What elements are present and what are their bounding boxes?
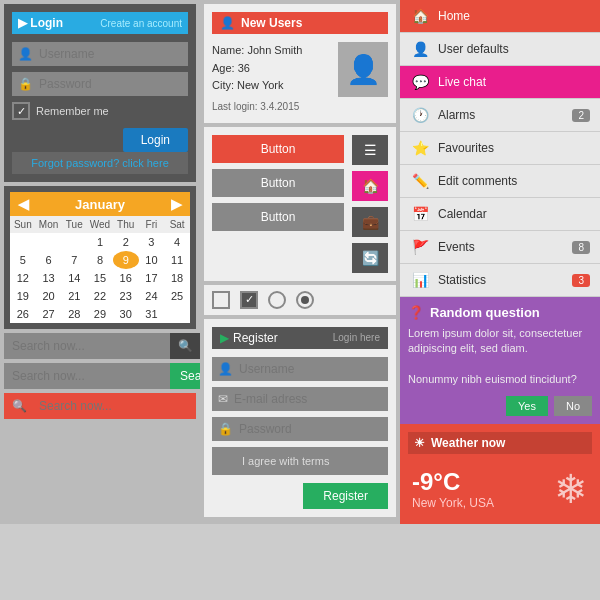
search-input-1[interactable]: [4, 333, 170, 359]
search-input-3[interactable]: [35, 393, 196, 419]
nav-icon-5: ✏️: [410, 173, 430, 189]
prev-month-button[interactable]: ◀: [18, 196, 29, 212]
button-1[interactable]: Button: [212, 135, 344, 163]
refresh-icon-box[interactable]: 🔄: [352, 243, 388, 273]
calendar-day[interactable]: 23: [113, 287, 139, 305]
nav-item-home[interactable]: 🏠 Home: [400, 0, 600, 33]
calendar-day[interactable]: 4: [164, 233, 190, 251]
calendar-day[interactable]: 7: [61, 251, 87, 269]
calendar-day[interactable]: 29: [87, 305, 113, 323]
calendar-day[interactable]: 16: [113, 269, 139, 287]
calendar-day[interactable]: 10: [139, 251, 165, 269]
buttons-icons-panel: Button Button Button ☰ 🏠 💼 🔄: [204, 127, 396, 281]
nav-item-user-defaults[interactable]: 👤 User defaults: [400, 33, 600, 66]
weather-city: New York, USA: [412, 496, 494, 510]
remember-checkbox[interactable]: ✓: [12, 102, 30, 120]
calendar-day[interactable]: 22: [87, 287, 113, 305]
checkbox-2[interactable]: ✓: [240, 291, 258, 309]
calendar-day[interactable]: 13: [36, 269, 62, 287]
calendar-month: January: [75, 197, 125, 212]
click-here-link[interactable]: click here: [122, 157, 168, 169]
checkbox-1[interactable]: [212, 291, 230, 309]
calendar-day[interactable]: 20: [36, 287, 62, 305]
q-text-4: Nonummy nibh euismod tincidunt?: [408, 372, 592, 387]
weather-title: Weather now: [431, 436, 505, 450]
menu-icon-box[interactable]: ☰: [352, 135, 388, 165]
login-title: ▶ Login: [18, 16, 63, 30]
random-question-buttons: Yes No: [408, 396, 592, 416]
user-icon: 👤: [18, 47, 33, 61]
calendar-day[interactable]: 21: [61, 287, 87, 305]
radio-2[interactable]: [296, 291, 314, 309]
calendar-day[interactable]: 5: [10, 251, 36, 269]
calendar-day[interactable]: 11: [164, 251, 190, 269]
q-text-1: Lorem ipsum dolor sit, consectetuer: [408, 326, 592, 341]
calendar-day: [164, 305, 190, 323]
radio-1[interactable]: [268, 291, 286, 309]
reg-email-input[interactable]: [234, 392, 382, 406]
nav-item-statistics[interactable]: 📊 Statistics 3: [400, 264, 600, 297]
reg-password-input[interactable]: [239, 422, 382, 436]
search-button-1[interactable]: 🔍: [170, 333, 201, 359]
calendar-day[interactable]: 31: [139, 305, 165, 323]
calendar-day[interactable]: 19: [10, 287, 36, 305]
calendar-day[interactable]: 12: [10, 269, 36, 287]
calendar-day[interactable]: 26: [10, 305, 36, 323]
calendar-day[interactable]: 15: [87, 269, 113, 287]
calendar-header: ◀ January ▶: [10, 192, 190, 216]
buttons-column: Button Button Button: [212, 135, 344, 273]
nav-item-edit-comments[interactable]: ✏️ Edit comments: [400, 165, 600, 198]
calendar-day[interactable]: 25: [164, 287, 190, 305]
remember-label: Remember me: [36, 105, 109, 117]
weather-temperature: -9°C: [412, 468, 494, 496]
button-2[interactable]: Button: [212, 169, 344, 197]
search-row-3: 🔍: [4, 393, 196, 419]
calendar-day[interactable]: 18: [164, 269, 190, 287]
nav-item-live-chat[interactable]: 💬 Live chat: [400, 66, 600, 99]
briefcase-icon-box[interactable]: 💼: [352, 207, 388, 237]
calendar-day: [10, 233, 36, 251]
calendar-grid: Sun Mon Tue Wed Thu Fri Sat 123456789101…: [10, 216, 190, 323]
login-here-link[interactable]: Login here: [333, 332, 380, 343]
navigation-menu: 🏠 Home 👤 User defaults 💬 Live chat 🕐 Ala…: [400, 0, 600, 297]
calendar-day[interactable]: 17: [139, 269, 165, 287]
calendar-day[interactable]: 3: [139, 233, 165, 251]
right-column: 🏠 Home 👤 User defaults 💬 Live chat 🕐 Ala…: [400, 0, 600, 524]
calendar-day[interactable]: 8: [87, 251, 113, 269]
nav-item-events[interactable]: 🚩 Events 8: [400, 231, 600, 264]
home-icon-box[interactable]: 🏠: [352, 171, 388, 201]
search-input-2[interactable]: [4, 363, 170, 389]
username-input[interactable]: [39, 47, 182, 61]
reg-username-input[interactable]: [239, 362, 382, 376]
calendar-day[interactable]: 14: [61, 269, 87, 287]
nav-item-alarms[interactable]: 🕐 Alarms 2: [400, 99, 600, 132]
next-month-button[interactable]: ▶: [171, 196, 182, 212]
no-button[interactable]: No: [554, 396, 592, 416]
search-row-2: Search: [4, 363, 196, 389]
nav-label-1: User defaults: [438, 42, 590, 56]
reg-lock-icon: 🔒: [218, 422, 233, 436]
calendar-day[interactable]: 27: [36, 305, 62, 323]
register-button[interactable]: Register: [303, 483, 388, 509]
calendar-day[interactable]: 28: [61, 305, 87, 323]
username-row: 👤: [12, 42, 188, 66]
nav-item-calendar[interactable]: 📅 Calendar: [400, 198, 600, 231]
calendar-day[interactable]: 2: [113, 233, 139, 251]
calendar-day[interactable]: 1: [87, 233, 113, 251]
calendar-day[interactable]: 30: [113, 305, 139, 323]
calendar-day[interactable]: 6: [36, 251, 62, 269]
search-row-1: 🔍: [4, 333, 196, 359]
button-3[interactable]: Button: [212, 203, 344, 231]
nav-label-2: Live chat: [438, 75, 590, 89]
create-account-link[interactable]: Create an account: [100, 18, 182, 29]
nav-item-favourites[interactable]: ⭐ Favourites: [400, 132, 600, 165]
calendar-day[interactable]: 24: [139, 287, 165, 305]
forgot-text: Forgot password?: [31, 157, 119, 169]
calendar-day[interactable]: 9: [113, 251, 139, 269]
password-input[interactable]: [39, 77, 182, 91]
yes-button[interactable]: Yes: [506, 396, 548, 416]
day-tue: Tue: [61, 216, 87, 233]
login-button[interactable]: Login: [123, 128, 188, 152]
nav-label-4: Favourites: [438, 141, 590, 155]
agree-checkbox[interactable]: [218, 452, 236, 470]
